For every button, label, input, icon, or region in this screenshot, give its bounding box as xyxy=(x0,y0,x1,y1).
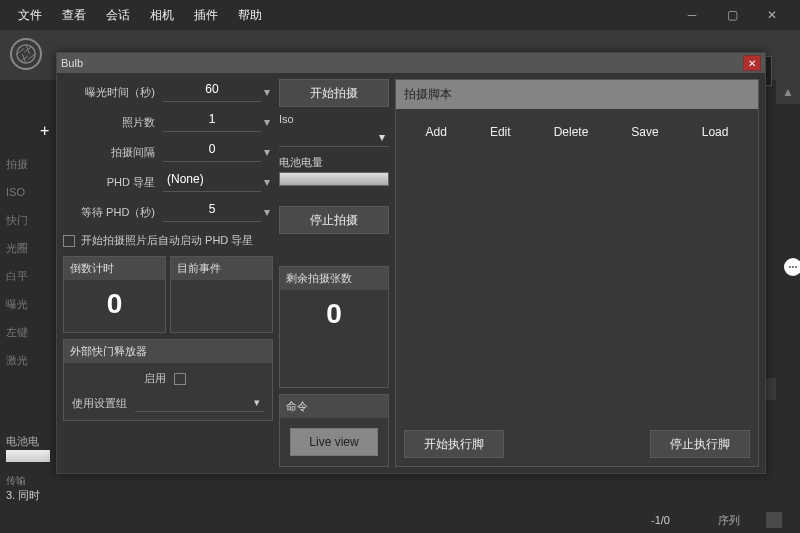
script-title: 拍摄脚本 xyxy=(396,80,758,109)
live-view-button[interactable]: Live view xyxy=(290,428,378,456)
countdown-label: 倒数计时 xyxy=(64,257,165,280)
side-label: 左键 xyxy=(6,318,56,346)
transfer-label: 传输 xyxy=(6,474,26,488)
script-save-button[interactable]: Save xyxy=(625,121,664,143)
interval-label: 拍摄间隔 xyxy=(63,145,163,160)
current-event-label: 目前事件 xyxy=(171,257,272,280)
countdown-value: 0 xyxy=(64,280,165,332)
dialog-title: Bulb xyxy=(61,57,83,69)
side-label: ISO xyxy=(6,178,56,206)
interval-input[interactable]: 0 xyxy=(163,142,261,162)
side-label: 拍摄 xyxy=(6,150,56,178)
start-script-button[interactable]: 开始执行脚 xyxy=(404,430,504,458)
wait-phd-label: 等待 PHD（秒) xyxy=(63,205,163,220)
stop-capture-button[interactable]: 停止拍摄 xyxy=(279,206,389,234)
close-button[interactable]: ✕ xyxy=(752,1,792,29)
autostart-phd-checkbox[interactable] xyxy=(63,235,75,247)
exposure-label: 曝光时间（秒) xyxy=(63,85,163,100)
scroll-up-icon[interactable]: ▲ xyxy=(776,80,800,104)
battery-side-bar xyxy=(6,450,50,462)
count-label: 照片数 xyxy=(63,115,163,130)
aperture-icon xyxy=(10,38,42,70)
script-load-button[interactable]: Load xyxy=(696,121,735,143)
settings-group-select[interactable]: ▾ xyxy=(135,394,264,412)
side-label: 快门 xyxy=(6,206,56,234)
footer-button[interactable] xyxy=(766,512,782,528)
chevron-down-icon[interactable]: ▾ xyxy=(261,175,273,189)
enable-checkbox[interactable] xyxy=(174,373,186,385)
iso-select[interactable]: ▾ xyxy=(279,127,389,147)
dialog-close-button[interactable]: ✕ xyxy=(743,55,761,71)
enable-label: 启用 xyxy=(144,371,166,386)
current-event-value xyxy=(171,280,272,300)
svg-point-0 xyxy=(17,45,35,63)
menu-plugin[interactable]: 插件 xyxy=(184,3,228,28)
script-edit-button[interactable]: Edit xyxy=(484,121,517,143)
phd-label: PHD 导星 xyxy=(63,175,163,190)
page-indicator: -1/0 xyxy=(651,514,670,526)
chevron-down-icon[interactable]: ▾ xyxy=(261,115,273,129)
bulb-dialog: Bulb ✕ 曝光时间（秒) 60 ▾ 照片数 1 ▾ 拍摄间隔 0 ▾ PHD… xyxy=(56,52,766,474)
side-label: 激光 xyxy=(6,346,56,374)
command-title: 命令 xyxy=(280,395,388,418)
remaining-label: 剩余拍摄张数 xyxy=(280,267,388,290)
menu-help[interactable]: 帮助 xyxy=(228,3,272,28)
chevron-down-icon[interactable]: ▾ xyxy=(261,145,273,159)
transfer-text: 3. 同时 xyxy=(6,488,40,503)
side-label: 曝光 xyxy=(6,290,56,318)
battery-bar xyxy=(279,172,389,186)
maximize-button[interactable]: ▢ xyxy=(712,1,752,29)
stop-script-button[interactable]: 停止执行脚 xyxy=(650,430,750,458)
count-input[interactable]: 1 xyxy=(163,112,261,132)
chevron-down-icon[interactable]: ▾ xyxy=(261,205,273,219)
menu-session[interactable]: 会话 xyxy=(96,3,140,28)
settings-group-label: 使用设置组 xyxy=(72,396,127,411)
side-label: 光圈 xyxy=(6,234,56,262)
phd-select[interactable]: (None) xyxy=(163,172,261,192)
external-shutter-title: 外部快门释放器 xyxy=(64,340,272,363)
autostart-phd-label: 开始拍摄照片后自动启动 PHD 导星 xyxy=(81,233,253,248)
menu-camera[interactable]: 相机 xyxy=(140,3,184,28)
statusbar: -1/0 序列 xyxy=(0,507,800,533)
add-icon[interactable]: + xyxy=(40,122,49,140)
side-panel-labels: 拍摄 ISO 快门 光圈 白平 曝光 左键 激光 xyxy=(6,150,56,374)
chevron-down-icon[interactable]: ▾ xyxy=(261,85,273,99)
remaining-value: 0 xyxy=(280,290,388,342)
dialog-titlebar[interactable]: Bulb ✕ xyxy=(57,53,765,73)
iso-label: Iso xyxy=(279,111,389,127)
battery-label: 电池电量 xyxy=(279,153,389,172)
sequence-label: 序列 xyxy=(718,513,740,528)
menubar: 文件 查看 会话 相机 插件 帮助 ─ ▢ ✕ xyxy=(0,0,800,30)
script-delete-button[interactable]: Delete xyxy=(548,121,595,143)
menu-view[interactable]: 查看 xyxy=(52,3,96,28)
battery-side-label: 电池电 xyxy=(6,434,39,449)
more-dots-icon[interactable] xyxy=(784,258,800,276)
side-label: 白平 xyxy=(6,262,56,290)
wait-phd-input[interactable]: 5 xyxy=(163,202,261,222)
menu-file[interactable]: 文件 xyxy=(8,3,52,28)
minimize-button[interactable]: ─ xyxy=(672,1,712,29)
script-add-button[interactable]: Add xyxy=(420,121,453,143)
exposure-input[interactable]: 60 xyxy=(163,82,261,102)
start-capture-button[interactable]: 开始拍摄 xyxy=(279,79,389,107)
script-list xyxy=(396,151,758,422)
